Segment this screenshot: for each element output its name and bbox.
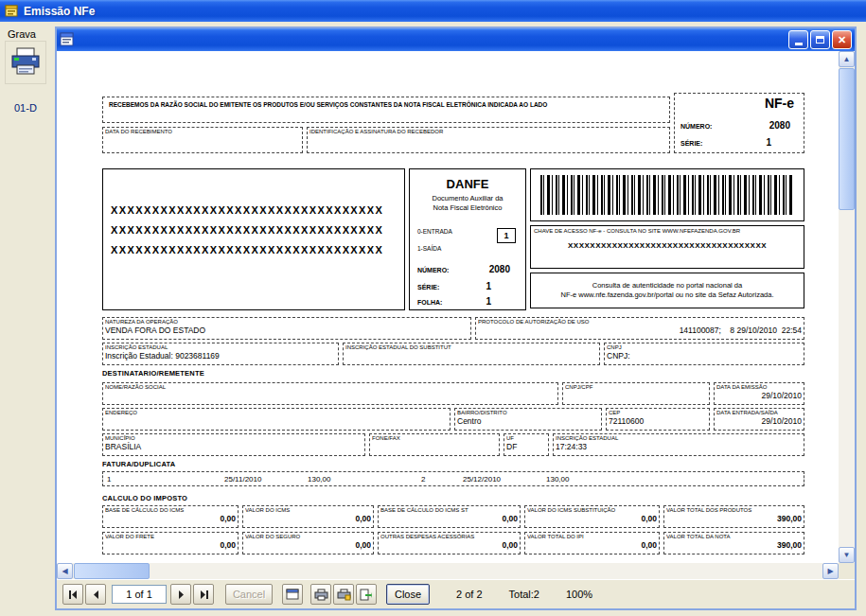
consulta-line1: Consulta de autenticidade no portal naci…: [531, 281, 804, 290]
previous-page-button[interactable]: [85, 584, 106, 605]
field-value: 0,00: [380, 514, 518, 524]
cancel-button[interactable]: Cancel: [225, 584, 273, 605]
sidebar-item-01[interactable]: 01-D: [14, 102, 37, 114]
horizontal-scroll-thumb[interactable]: [74, 563, 150, 579]
entrada-label: 0-ENTRADA: [417, 228, 452, 235]
report-icon: [60, 32, 75, 47]
danfe-subtitle: Nota Fiscal Eletrônico: [410, 203, 525, 212]
export-button[interactable]: [356, 584, 377, 605]
emitente-line: XXXXXXXXXXXXXXXXXXXXXXXXXXXXXXXXX: [111, 240, 404, 260]
field-label: INSCRIÇÃO ESTADUAL: [105, 344, 336, 351]
print-options-icon: [337, 589, 351, 601]
field-label: VALOR DO ICMS SUBSTITUIÇÃO: [527, 507, 657, 514]
scroll-down-icon[interactable]: ▼: [839, 547, 855, 563]
field-value: CNPJ:: [607, 351, 802, 361]
field-label: PROTOCOLO DE AUTORIZAÇÃO DE USO: [478, 319, 802, 326]
field-value: 0,00: [380, 540, 518, 551]
field-inscricao-estadual-dest: INSCRIÇÃO ESTADUAL 17:24:33: [553, 433, 804, 456]
scrollbar-corner: [839, 563, 855, 579]
field-label: VALOR TOTAL DOS PRODUTOS: [666, 507, 802, 514]
print-options-button[interactable]: [333, 584, 354, 605]
field-municipio: MUNICÍPIO BRASÍLIA: [102, 433, 365, 456]
vertical-scrollbar[interactable]: ▲ ▼: [839, 51, 855, 563]
preview-titlebar: ✕: [57, 28, 855, 51]
app-icon: [5, 4, 19, 18]
field-value: 0,00: [105, 514, 236, 524]
app-title: Emissão NFe: [24, 5, 95, 18]
field-value: DF: [506, 442, 546, 452]
field-label: ENDEREÇO: [105, 410, 448, 416]
restore-icon: [816, 36, 824, 44]
data-recebimento-box: DATA DO RECEBIMENTO: [102, 127, 303, 153]
danfe-preview-page: RECEBEMOS DA RAZÃO SOCIAL DO EMITENTE OS…: [57, 51, 839, 563]
field-valor-icms-subst: VALOR DO ICMS SUBSTITUIÇÃO 0,00: [524, 505, 660, 528]
field-nome-razao: NOME/RAZÃO SOCIAL: [102, 382, 558, 405]
chave-value: XXXXXXXXXXXXXXXXXXXXXXXXXXXXXXXXXXXX: [531, 241, 804, 250]
scroll-up-icon[interactable]: ▲: [839, 51, 855, 67]
field-valor-frete: VALOR DO FRETE 0,00: [102, 532, 239, 554]
total-info: Total:2: [509, 589, 539, 600]
field-protocolo: PROTOCOLO DE AUTORIZAÇÃO DE USO 14110008…: [475, 317, 804, 340]
field-label: FONE/FAX: [372, 435, 497, 442]
field-value: 0,00: [527, 514, 657, 524]
field-label: BASE DE CÁLCULO DO ICMS ST: [380, 507, 518, 514]
field-label: INSCRIÇÃO ESTADUAL DO SUBSTITUT: [345, 344, 597, 351]
field-value: BRASÍLIA: [105, 442, 362, 452]
nfe-numero-value: 2080: [769, 120, 790, 131]
scroll-right-icon[interactable]: ▶: [822, 563, 839, 579]
fatura-cell: 25/12/2010: [459, 475, 542, 484]
field-inscricao-estadual: INSCRIÇÃO ESTADUAL Inscrição Estadual: 9…: [102, 343, 339, 365]
last-page-button[interactable]: [193, 584, 214, 605]
danfe-title: DANFE: [410, 177, 525, 191]
field-valor-icms: VALOR DO ICMS 0,00: [242, 505, 374, 528]
preview-window: ✕ RECEBEMOS DA RAZÃO SOCIAL DO EMITENTE …: [55, 26, 857, 610]
first-page-button[interactable]: [62, 584, 83, 605]
field-fone-fax: FONE/FAX: [369, 433, 500, 456]
pages-info: 2 of 2: [456, 589, 483, 600]
field-label: INSCRIÇÃO ESTADUAL: [556, 435, 802, 442]
chave-label: CHAVE DE ACESSO NF-e - CONSULTA NO SITE …: [531, 226, 804, 236]
vertical-scroll-thumb[interactable]: [839, 68, 855, 210]
field-label: OUTRAS DESPESAS ACESSÓRIAS: [380, 534, 518, 540]
close-button[interactable]: Close: [386, 584, 430, 605]
field-total-nota: VALOR TOTAL DA NOTA 390,00: [663, 532, 804, 554]
field-cnpj-cpf: CNPJ/CPF: [562, 382, 710, 405]
fatura-box: 1 25/11/2010 130,00 2 25/12/2010 130,00: [102, 471, 804, 486]
field-label: MUNICÍPIO: [105, 435, 362, 442]
emitente-line: XXXXXXXXXXXXXXXXXXXXXXXXXXXXXXXXX: [111, 220, 404, 240]
page-setup-button[interactable]: [282, 584, 303, 605]
close-window-button[interactable]: ✕: [832, 30, 852, 49]
serie-label: SÉRIE:: [417, 284, 439, 290]
grava-button[interactable]: [5, 41, 46, 84]
fatura-heading: FATURA/DUPLICATA: [102, 460, 175, 468]
field-value: 390,00: [666, 540, 802, 551]
print-button[interactable]: [310, 584, 331, 605]
field-label: VALOR DO SEGURO: [245, 534, 371, 540]
field-label: NOME/RAZÃO SOCIAL: [105, 384, 556, 391]
field-label: VALOR TOTAL DA NOTA: [666, 534, 802, 540]
horizontal-scrollbar[interactable]: ◀ ▶: [57, 563, 839, 579]
grava-label: Grava: [8, 28, 36, 40]
field-label: UF: [506, 435, 546, 442]
next-page-button[interactable]: [170, 584, 191, 605]
restore-button[interactable]: [810, 30, 830, 49]
field-value: 72110600: [609, 416, 707, 427]
field-data-entrada-saida: DATA ENTRADA/SAÍDA 29/10/2010: [714, 408, 804, 431]
serie-value: 1: [486, 281, 491, 291]
fatura-cell: 2: [417, 475, 459, 484]
field-label: VALOR DO ICMS: [245, 507, 371, 514]
emitente-box: XXXXXXXXXXXXXXXXXXXXXXXXXXXXXXXXX XXXXXX…: [102, 168, 405, 310]
field-value: 29/10/2010: [716, 416, 802, 427]
fatura-cell: 130,00: [304, 475, 417, 484]
field-value: 0,00: [245, 514, 371, 524]
scroll-left-icon[interactable]: ◀: [57, 563, 73, 579]
minimize-button[interactable]: [788, 30, 808, 49]
field-base-icms: BASE DE CÁLCULO DO ICMS 0,00: [102, 505, 239, 528]
field-label: IDENTIFICAÇÃO E ASSINATURA DO RECEBEDOR: [309, 129, 667, 135]
field-outras-despesas: OUTRAS DESPESAS ACESSÓRIAS 0,00: [378, 532, 521, 554]
next-page-icon: [177, 590, 186, 599]
field-label: CNPJ/CPF: [565, 384, 707, 391]
numero-value: 2080: [489, 264, 510, 274]
recibo-text: RECEBEMOS DA RAZÃO SOCIAL DO EMITENTE OS…: [105, 98, 667, 112]
fatura-cell: 25/11/2010: [221, 475, 304, 484]
